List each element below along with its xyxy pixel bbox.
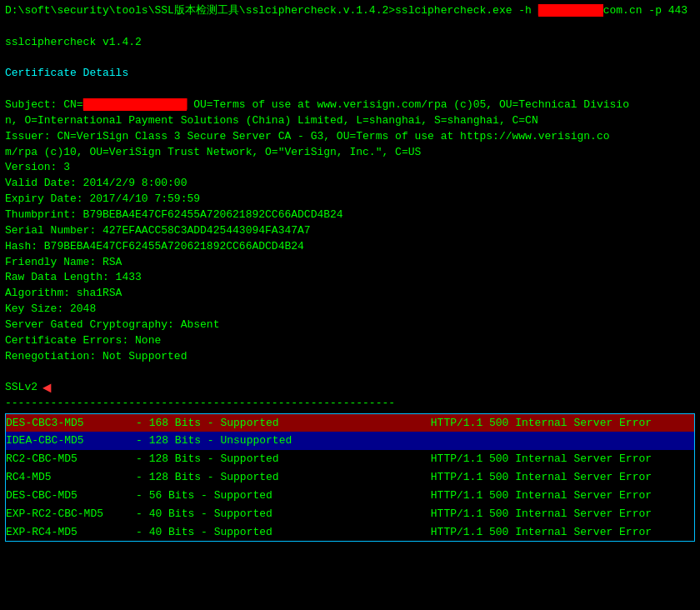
renegotiation: Renegotiation: Not Supported	[5, 349, 695, 365]
command-line: D:\soft\security\tools\SSL版本检测工具\sslciph…	[5, 3, 695, 19]
issuer-line1: Issuer: CN=VeriSign Class 3 Secure Serve…	[5, 129, 695, 145]
command-suffix: com.cn -p 443	[603, 4, 688, 17]
sslv2-label: SSLv2	[5, 380, 38, 396]
divider-line: ----------------------------------------…	[5, 396, 695, 412]
arrow-icon: ◄	[42, 381, 52, 396]
cipher-name-bits-status: EXP-RC2-CBC-MD5 - 40 Bits - Supported	[6, 508, 424, 520]
issuer-line2: m/rpa (c)10, OU=VeriSign Trust Network, …	[5, 145, 695, 161]
terminal-window: D:\soft\security\tools\SSL版本检测工具\sslciph…	[0, 0, 700, 610]
redacted-host: ██████████	[538, 4, 603, 17]
cipher-name-bits-status: DES-CBC3-MD5 - 168 Bits - Supported	[6, 417, 424, 429]
blank-line	[5, 19, 695, 35]
cipher-row: EXP-RC4-MD5 - 40 Bits - Supported HTTP/1…	[5, 523, 695, 542]
server-gated: Server Gated Cryptography: Absent	[5, 318, 695, 333]
cipher-http-result: HTTP/1.1 500 Internal Server Error	[424, 526, 652, 538]
version-field: Version: 3	[5, 160, 695, 176]
cert-errors: Certificate Errors: None	[5, 333, 695, 349]
key-size: Key Size: 2048	[5, 302, 695, 318]
cipher-row: RC2-CBC-MD5 - 128 Bits - Supported HTTP/…	[5, 450, 695, 468]
cipher-section: DES-CBC3-MD5 - 168 Bits - Supported HTTP…	[5, 413, 695, 542]
cipher-http-result: HTTP/1.1 500 Internal Server Error	[424, 489, 652, 502]
cipher-row: DES-CBC-MD5 - 56 Bits - Supported HTTP/1…	[5, 487, 695, 505]
cipher-name-bits-status: RC4-MD5 - 128 Bits - Supported	[6, 471, 424, 483]
blank-line3	[5, 82, 695, 98]
cipher-row: RC4-MD5 - 128 Bits - Supported HTTP/1.1 …	[5, 468, 695, 487]
cipher-name-bits-status: DES-CBC-MD5 - 56 Bits - Supported	[6, 489, 424, 502]
raw-data-length: Raw Data Length: 1433	[5, 270, 695, 286]
cipher-http-result: HTTP/1.1 500 Internal Server Error	[424, 452, 652, 465]
cipher-row: DES-CBC3-MD5 - 168 Bits - Supported HTTP…	[5, 413, 695, 432]
thumbprint: Thumbprint: B79BEBA4E47CF62455A720621892…	[5, 208, 695, 223]
command-text: D:\soft\security\tools\SSL版本检测工具\sslciph…	[5, 4, 538, 17]
blank-line2	[5, 51, 695, 67]
cipher-rows: DES-CBC3-MD5 - 168 Bits - Supported HTTP…	[5, 413, 695, 542]
subject-line: Subject: CN=████████████████ OU=Terms of…	[5, 98, 695, 113]
friendly-name: Friendly Name: RSA	[5, 255, 695, 271]
cipher-name-bits-status: RC2-CBC-MD5 - 128 Bits - Supported	[6, 452, 424, 465]
cipher-row: EXP-RC2-CBC-MD5 - 40 Bits - Supported HT…	[5, 505, 695, 523]
hash: Hash: B79BEBA4E47CF62455A720621892CC66AD…	[5, 239, 695, 255]
valid-date: Valid Date: 2014/2/9 8:00:00	[5, 176, 695, 192]
serial: Serial Number: 427EFAACC58C3ADD425443094…	[5, 223, 695, 239]
cipher-row: IDEA-CBC-MD5 - 128 Bits - Unsupported	[5, 432, 695, 450]
cipher-name-bits-status: IDEA-CBC-MD5 - 128 Bits - Unsupported	[6, 434, 424, 447]
expiry-date: Expiry Date: 2017/4/10 7:59:59	[5, 192, 695, 208]
cipher-http-result: HTTP/1.1 500 Internal Server Error	[424, 471, 652, 483]
version-line: sslciphercheck v1.4.2	[5, 35, 695, 51]
subject-line2: n, O=International Payment Solutions (Ch…	[5, 113, 695, 129]
cipher-name-bits-status: EXP-RC4-MD5 - 40 Bits - Supported	[6, 526, 424, 538]
sslv2-section: SSLv2 ◄	[5, 380, 695, 396]
cert-details-label: Certificate Details	[5, 66, 695, 82]
algorithm: Algorithm: sha1RSA	[5, 286, 695, 302]
cipher-http-result: HTTP/1.1 500 Internal Server Error	[424, 417, 652, 429]
cipher-http-result: HTTP/1.1 500 Internal Server Error	[424, 508, 652, 520]
subject-redacted: ████████████████	[83, 98, 188, 111]
subject-suffix: OU=Terms of use at www.verisign.com/rpa …	[187, 98, 629, 111]
subject-prefix: Subject: CN=	[5, 98, 83, 111]
blank-line4	[5, 364, 695, 380]
